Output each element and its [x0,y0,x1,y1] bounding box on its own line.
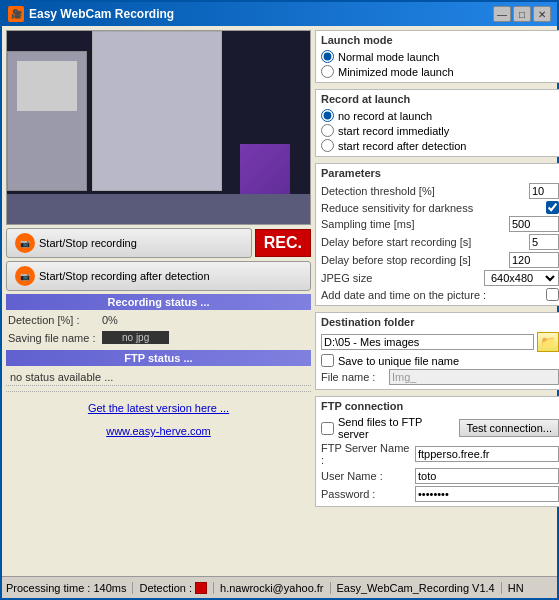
send-ftp-row: Send files to FTP server Test connection… [321,415,559,441]
main-content: 📷 Start/Stop recording REC. 📷 Start/Stop… [2,26,557,576]
record-detection-label: start record after detection [338,140,466,152]
user-name-label: User Name : [321,470,411,482]
folder-path-row: 📁 [321,331,559,353]
wall-shelf [17,61,77,111]
reduce-sens-label: Reduce sensitivity for darkness [321,202,542,214]
add-date-row: Add date and time on the picture : [321,287,559,302]
record-immediately-row: start record immediatly [321,123,559,138]
record-none-radio[interactable] [321,109,334,122]
launch-mode-title: Launch mode [321,34,559,46]
detection-value: 0% [102,314,118,326]
webcam-preview [6,30,311,225]
user-name-row: User Name : [321,467,559,485]
test-connection-button[interactable]: Test connection... [459,419,559,437]
password-label: Password : [321,488,411,500]
room-scene [7,31,310,224]
camera-detect-icon: 📷 [15,266,35,286]
server-name-input[interactable] [415,446,559,462]
title-bar-left: 🎥 Easy WebCam Recording [8,6,174,22]
launch-mode-section: Launch mode Normal mode launch Minimized… [315,30,559,83]
delay-start-label: Delay before start recording [s] [321,236,525,248]
add-date-checkbox[interactable] [546,288,559,301]
detection-status-seg: Detection : [139,582,214,594]
save-unique-row: Save to unique file name [321,353,559,368]
jpeg-size-label: JPEG size [321,272,480,284]
rec-indicator: REC. [255,229,311,257]
ftp-no-status: no status available ... [6,369,311,386]
file-name-label: File name : [321,371,386,383]
destination-section: Destination folder 📁 Save to unique file… [315,312,559,390]
latest-version-link[interactable]: Get the latest version here ... [88,402,229,414]
detection-threshold-input[interactable] [529,183,559,199]
browse-folder-button[interactable]: 📁 [537,332,559,352]
start-stop-detection-button[interactable]: 📷 Start/Stop recording after detection [6,261,311,291]
start-stop-button[interactable]: 📷 Start/Stop recording [6,228,252,258]
record-detection-row: start record after detection [321,138,559,153]
camera-icon: 📷 [15,233,35,253]
minimize-button[interactable]: — [493,6,511,22]
launch-mode-minimized-row: Minimized mode launch [321,64,559,79]
app-name-seg: Easy_WebCam_Recording V1.4 [337,582,502,594]
website-link[interactable]: www.easy-herve.com [6,421,311,441]
app-icon: 🎥 [8,6,24,22]
floor [7,194,310,224]
sampling-time-input[interactable] [509,216,559,232]
initials-text: HN [508,582,524,594]
record-immediately-radio[interactable] [321,124,334,137]
detection-label: Detection [%] : [8,314,98,326]
parameters-section: Parameters Detection threshold [%] Reduc… [315,163,559,306]
recording-status-header: Recording status ... [6,294,311,310]
close-button[interactable]: ✕ [533,6,551,22]
saving-file-value: no jpg [102,331,169,344]
jpeg-size-row: JPEG size 640x480 320x240 1280x720 [321,269,559,287]
file-name-input[interactable] [389,369,559,385]
save-unique-checkbox[interactable] [321,354,334,367]
dotted-separator [6,390,311,392]
parameters-title: Parameters [321,167,559,179]
delay-stop-input[interactable] [509,252,559,268]
start-stop-detection-label: Start/Stop recording after detection [39,270,210,282]
saving-file-row: Saving file name : no jpg [6,330,311,345]
sampling-time-label: Sampling time [ms] [321,218,505,230]
ftp-connection-section: FTP connection Send files to FTP server … [315,396,559,507]
file-name-row: File name : [321,368,559,386]
server-name-label: FTP Server Name : [321,442,411,466]
controls-row-2: 📷 Start/Stop recording after detection [6,261,311,291]
detection-threshold-label: Detection threshold [%] [321,185,525,197]
app-name-text: Easy_WebCam_Recording V1.4 [337,582,495,594]
jpeg-size-select[interactable]: 640x480 320x240 1280x720 [484,270,559,286]
delay-stop-row: Delay before stop recording [s] [321,251,559,269]
controls-row-1: 📷 Start/Stop recording REC. [6,228,311,258]
destination-title: Destination folder [321,316,559,328]
left-panel: 📷 Start/Stop recording REC. 📷 Start/Stop… [6,30,311,572]
send-ftp-checkbox[interactable] [321,422,334,435]
reduce-sens-row: Reduce sensitivity for darkness [321,200,559,215]
add-date-label: Add date and time on the picture : [321,289,542,301]
launch-mode-minimized-label: Minimized mode launch [338,66,454,78]
delay-start-input[interactable] [529,234,559,250]
password-row: Password : [321,485,559,503]
maximize-button[interactable]: □ [513,6,531,22]
record-none-row: no record at launch [321,108,559,123]
record-detection-radio[interactable] [321,139,334,152]
status-bar: Processing time : 140ms Detection : h.na… [2,576,557,598]
reduce-sens-checkbox[interactable] [546,201,559,214]
launch-mode-normal-row: Normal mode launch [321,49,559,64]
wall-center [92,31,222,191]
password-input[interactable] [415,486,559,502]
email-seg: h.nawrocki@yahoo.fr [220,582,331,594]
delay-start-row: Delay before start recording [s] [321,233,559,251]
saving-file-label: Saving file name : [8,332,98,344]
user-name-input[interactable] [415,468,559,484]
save-unique-label: Save to unique file name [338,355,459,367]
title-buttons: — □ ✕ [493,6,551,22]
send-ftp-label: Send files to FTP server [338,416,455,440]
folder-path-input[interactable] [321,334,534,350]
processing-time-text: Processing time : 140ms [6,582,126,594]
launch-mode-normal-radio[interactable] [321,50,334,63]
ftp-status-header: FTP status ... [6,350,311,366]
ftp-connection-title: FTP connection [321,400,559,412]
launch-mode-minimized-radio[interactable] [321,65,334,78]
title-bar: 🎥 Easy WebCam Recording — □ ✕ [2,2,557,26]
record-immediately-label: start record immediatly [338,125,449,137]
